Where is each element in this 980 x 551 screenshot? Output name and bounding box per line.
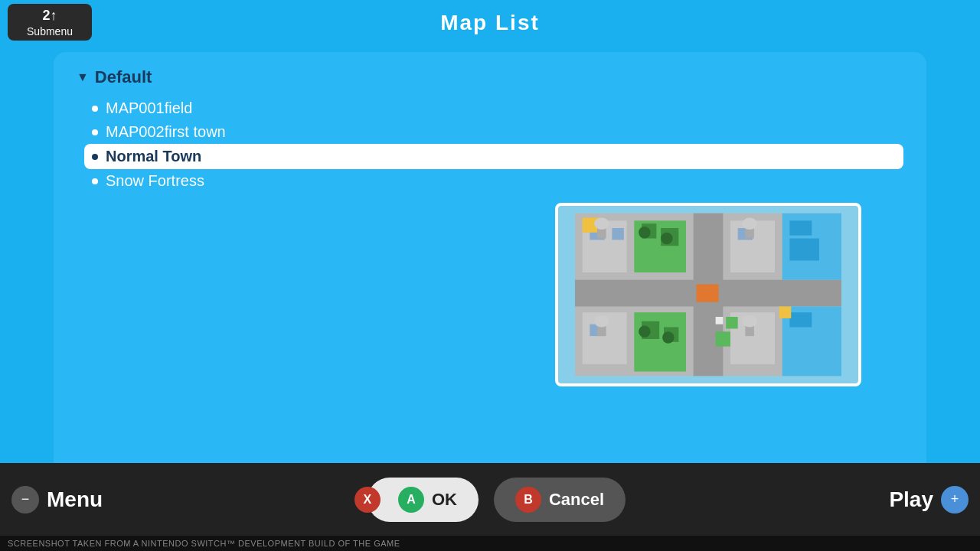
svg-point-36 <box>742 217 756 229</box>
svg-rect-26 <box>716 331 730 346</box>
folder-label: Default <box>95 67 152 87</box>
svg-point-32 <box>662 331 674 343</box>
map-item-normaltown[interactable]: Normal Town <box>84 144 903 169</box>
map-item-label: MAP002first town <box>106 123 226 141</box>
play-label: Play <box>889 487 933 512</box>
svg-point-40 <box>742 315 756 327</box>
map-item-map002[interactable]: MAP002first town <box>92 120 903 144</box>
folder-default[interactable]: ▼ Default <box>77 67 903 87</box>
svg-point-38 <box>594 315 609 327</box>
map-item-map001[interactable]: MAP001field <box>92 96 903 120</box>
footer-text: SCREENSHOT TAKEN FROM A NINTENDO SWITCH™… <box>8 539 400 548</box>
svg-rect-6 <box>612 228 623 240</box>
minus-button[interactable]: − <box>11 486 39 514</box>
svg-rect-13 <box>789 220 812 235</box>
svg-point-29 <box>639 227 650 238</box>
main-content-panel: ▼ Default MAP001field MAP002first town N… <box>54 52 926 474</box>
ok-button[interactable]: A OK <box>368 478 479 522</box>
svg-point-31 <box>639 326 650 337</box>
svg-rect-14 <box>789 239 819 261</box>
play-section: Play + <box>796 486 980 514</box>
submenu-button[interactable]: 2↑ Submenu <box>8 4 92 41</box>
map-preview-image <box>558 206 858 383</box>
submenu-label: Submenu <box>27 25 73 37</box>
bullet-icon <box>92 178 98 184</box>
svg-rect-25 <box>726 317 737 328</box>
map-preview <box>555 203 861 386</box>
submenu-icon: 2↑ <box>42 8 57 24</box>
center-buttons: X A OK B Cancel <box>184 478 796 522</box>
footer: SCREENSHOT TAKEN FROM A NINTENDO SWITCH™… <box>0 536 980 551</box>
menu-section: − Menu <box>0 486 184 514</box>
bottom-bar: − Menu X A OK B Cancel Play + <box>0 463 980 536</box>
ok-label: OK <box>432 490 457 510</box>
svg-point-34 <box>594 217 609 229</box>
page-title: Map List <box>440 11 540 35</box>
minus-icon: − <box>21 491 30 507</box>
svg-rect-28 <box>716 317 724 324</box>
map-item-label: MAP001field <box>106 99 192 117</box>
map-item-label: Normal Town <box>106 148 201 165</box>
map-item-snowfortress[interactable]: Snow Fortress <box>92 169 903 193</box>
plus-icon: + <box>951 491 959 507</box>
a-badge: A <box>398 487 424 513</box>
x-badge: X <box>354 487 381 513</box>
map-item-label: Snow Fortress <box>106 172 204 190</box>
cancel-label: Cancel <box>549 490 604 510</box>
b-badge: B <box>515 487 541 513</box>
bullet-icon <box>92 106 98 112</box>
bullet-icon <box>92 154 98 160</box>
bullet-icon <box>92 129 98 135</box>
menu-label: Menu <box>47 487 103 512</box>
svg-rect-27 <box>779 306 791 318</box>
svg-point-30 <box>661 233 672 244</box>
cancel-button[interactable]: B Cancel <box>494 478 626 522</box>
map-list: ▼ Default MAP001field MAP002first town N… <box>77 67 903 193</box>
plus-button[interactable]: + <box>941 486 969 514</box>
top-bar: 2↑ Submenu Map List <box>0 0 980 46</box>
svg-rect-23 <box>789 312 812 327</box>
folder-arrow-icon: ▼ <box>77 70 89 84</box>
svg-rect-24 <box>697 284 719 302</box>
